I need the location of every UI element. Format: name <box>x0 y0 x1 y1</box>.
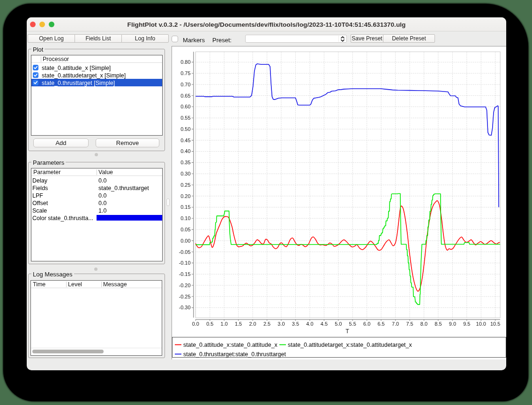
svg-text:0.60: 0.60 <box>180 104 190 109</box>
svg-text:-0.30: -0.30 <box>179 305 191 310</box>
svg-text:-0.20: -0.20 <box>179 283 191 288</box>
svg-text:2.5: 2.5 <box>263 321 270 327</box>
svg-text:0.30: 0.30 <box>180 171 190 176</box>
svg-text:0.05: 0.05 <box>180 227 190 232</box>
svg-text:0.00: 0.00 <box>180 238 190 244</box>
svg-text:state_0.attitude_x:state_0.att: state_0.attitude_x:state_0.attitude_x <box>183 342 278 348</box>
svg-text:4.5: 4.5 <box>321 321 328 327</box>
svg-text:-0.25: -0.25 <box>179 294 191 299</box>
svg-text:7.5: 7.5 <box>406 321 413 327</box>
svg-text:0.55: 0.55 <box>180 115 190 121</box>
svg-text:8.5: 8.5 <box>435 321 442 327</box>
svg-text:5.5: 5.5 <box>349 321 356 327</box>
svg-text:0.80: 0.80 <box>180 59 190 65</box>
svg-text:0.15: 0.15 <box>180 204 190 210</box>
svg-text:5.0: 5.0 <box>335 321 342 327</box>
svg-text:2.0: 2.0 <box>249 321 256 327</box>
svg-text:0.50: 0.50 <box>180 126 190 132</box>
svg-text:0.0: 0.0 <box>192 321 199 327</box>
svg-text:6.0: 6.0 <box>363 321 370 327</box>
svg-text:4.0: 4.0 <box>306 321 313 327</box>
svg-text:9.5: 9.5 <box>463 321 470 327</box>
svg-text:10.0: 10.0 <box>476 321 486 327</box>
svg-text:0.40: 0.40 <box>180 148 190 154</box>
svg-text:9.0: 9.0 <box>449 321 456 327</box>
svg-text:state_0.thrusttarget:state_0.t: state_0.thrusttarget:state_0.thrusttarge… <box>183 351 286 358</box>
svg-text:0.10: 0.10 <box>180 215 190 221</box>
svg-text:-0.15: -0.15 <box>179 271 191 277</box>
svg-text:0.20: 0.20 <box>180 193 190 199</box>
svg-text:10.5: 10.5 <box>490 321 500 327</box>
svg-text:0.5: 0.5 <box>206 321 213 327</box>
svg-text:-0.10: -0.10 <box>179 260 191 266</box>
svg-text:3.5: 3.5 <box>292 321 299 327</box>
svg-text:state_0.attitudetarget_x:state: state_0.attitudetarget_x:state_0.attitud… <box>288 342 412 348</box>
svg-text:7.0: 7.0 <box>392 321 399 327</box>
svg-text:0.35: 0.35 <box>180 160 190 165</box>
svg-text:3.0: 3.0 <box>277 321 285 327</box>
svg-text:6.5: 6.5 <box>377 321 384 327</box>
svg-text:-0.05: -0.05 <box>179 249 191 255</box>
svg-text:0.45: 0.45 <box>180 138 190 143</box>
svg-text:1.5: 1.5 <box>235 321 242 327</box>
svg-text:T: T <box>345 328 349 335</box>
svg-text:0.65: 0.65 <box>180 93 190 99</box>
svg-text:1.0: 1.0 <box>221 321 228 327</box>
svg-text:8.0: 8.0 <box>420 321 427 327</box>
svg-text:0.25: 0.25 <box>180 182 190 188</box>
svg-text:0.70: 0.70 <box>180 82 190 87</box>
svg-text:0.75: 0.75 <box>180 70 190 76</box>
